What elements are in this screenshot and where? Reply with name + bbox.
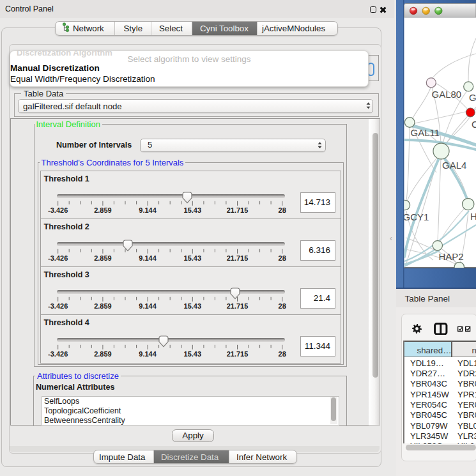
svg-text:H: H	[470, 211, 476, 222]
svg-text:GCY1: GCY1	[403, 211, 429, 222]
svg-text:HAP2: HAP2	[439, 251, 464, 262]
svg-text:GAL4: GAL4	[442, 160, 466, 171]
svg-text:GAL11: GAL11	[411, 127, 440, 138]
svg-text:C: C	[472, 119, 476, 130]
svg-text:GAL80: GAL80	[432, 89, 462, 100]
svg-text:GA: GA	[469, 92, 476, 103]
